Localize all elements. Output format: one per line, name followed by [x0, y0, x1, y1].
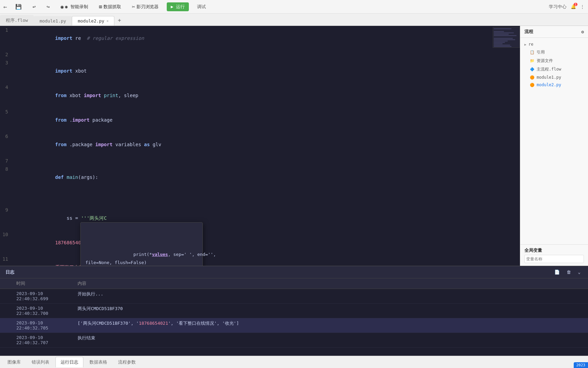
- table-row: 1 import re # regular expression: [0, 26, 520, 50]
- log-time: 2023-09-10 22:40:32.705: [11, 318, 72, 333]
- tab-module1[interactable]: module1.py: [34, 16, 72, 26]
- tree-item-label: 引用: [537, 49, 545, 55]
- code-line[interactable]: import xbot: [14, 59, 520, 83]
- debug-button[interactable]: 调试: [194, 2, 209, 11]
- tab-module2[interactable]: module2.py ✕: [72, 16, 114, 26]
- flow-tree: ▶ re 📋 引用 📁 资源文件 🔷 主流程.flow 🟠 module1.py…: [520, 38, 588, 244]
- bottom-nav: 图像库 错误列表 运行日志 数据表格 流程参数: [0, 356, 588, 368]
- autocomplete-popup: print(*values, sep=' ', end='',file=None…: [80, 222, 203, 266]
- add-tab-button[interactable]: +: [114, 15, 125, 26]
- code-line[interactable]: from .import package: [14, 108, 520, 132]
- var-name-input[interactable]: [524, 255, 584, 263]
- table-row: 6 from .package import variables as glv: [0, 132, 520, 157]
- toolbar-right: 学习中心 🔔1 ⋮: [549, 4, 585, 10]
- log-content: 开始执行...: [72, 289, 588, 304]
- learning-center-button[interactable]: 学习中心: [549, 4, 567, 10]
- redo-icon: ↪: [47, 4, 50, 10]
- save-button[interactable]: 💾: [13, 2, 24, 11]
- year-badge: 2023: [574, 362, 588, 368]
- table-row: 2023-09-10 22:40:32.705 ['两头河CMDCD51BF37…: [0, 318, 588, 333]
- table-row: 2023-09-10 22:40:32.699 开始执行...: [0, 289, 588, 304]
- tree-item-reference[interactable]: 📋 引用: [526, 48, 588, 57]
- bottom-panel-header: 日志 📄 🗑 ⌄: [0, 266, 588, 278]
- clear-log-button[interactable]: 🗑: [565, 269, 573, 275]
- debug-label: 调试: [197, 4, 206, 9]
- export-log-button[interactable]: 📄: [552, 269, 562, 275]
- tab-run-log[interactable]: 运行日志: [55, 357, 83, 367]
- tab-module2-label: module2.py: [78, 18, 104, 24]
- toolbar: ← 💾 ↩ ↪ ◉ ◉ 智能录制 ⊞ 数据抓取 ✂ 影刃浏览器 ▶ 运行 调试 …: [0, 0, 588, 14]
- autocomplete-signature: print(*values, sep=' ', end='',file=None…: [85, 242, 198, 266]
- line-number: 8: [0, 165, 14, 206]
- table-row: 9 ss = '''两头河C: [0, 206, 520, 230]
- code-line[interactable]: [14, 50, 520, 59]
- save-icon: 💾: [15, 4, 22, 10]
- col-content-header: 内容: [72, 278, 588, 289]
- record-label: ◉ 智能录制: [65, 4, 88, 10]
- collapse-panel-button[interactable]: ⌄: [576, 269, 583, 275]
- editor-area: 1 import re # regular expression 2 3: [0, 26, 520, 266]
- blade-icon: ✂: [132, 4, 135, 10]
- module2-icon: 🟠: [530, 83, 535, 87]
- line-number: 2: [0, 50, 14, 59]
- log-panel-title: 日志: [5, 269, 14, 275]
- run-button[interactable]: ▶ 运行: [167, 2, 189, 11]
- table-row: 8 def main(args): print(*values, sep=' '…: [0, 165, 520, 206]
- tree-item-re[interactable]: ▶ re: [520, 41, 588, 48]
- tree-item-label: module1.py: [537, 75, 561, 80]
- record-button[interactable]: ◉ ◉ 智能录制: [58, 2, 91, 11]
- tab-flow-params[interactable]: 流程参数: [113, 357, 141, 367]
- code-line[interactable]: from .package import variables as glv: [14, 132, 520, 157]
- tab-flow-label: 程序.flow: [6, 17, 28, 24]
- bottom-header-actions: 📄 🗑 ⌄: [552, 269, 583, 275]
- undo-button[interactable]: ↩: [30, 2, 38, 11]
- main-area: 1 import re # regular expression 2 3: [0, 26, 588, 266]
- col-time-header: 时间: [11, 278, 72, 289]
- reference-icon: 📋: [530, 50, 535, 55]
- blade-label: 影刃浏览器: [136, 4, 159, 10]
- tree-item-resources[interactable]: 📁 资源文件: [526, 57, 588, 65]
- log-table-container[interactable]: 时间 内容 2023-09-10 22:40:32.699 开始执行... 20…: [0, 278, 588, 356]
- run-icon: ▶: [171, 4, 174, 9]
- code-line[interactable]: import re # regular expression: [14, 26, 520, 50]
- log-content: ['两头河CMDCD51BF370', '18768654021', '看下整口…: [72, 318, 588, 333]
- tab-data-table[interactable]: 数据表格: [85, 357, 112, 367]
- blade-browser-button[interactable]: ✂ 影刃浏览器: [129, 2, 161, 11]
- main-flow-icon: 🔷: [530, 67, 535, 72]
- editor-content[interactable]: 1 import re # regular expression 2 3: [0, 26, 520, 266]
- code-line[interactable]: [14, 157, 520, 165]
- tree-item-label: 主流程.flow: [537, 66, 561, 72]
- record-icon: ◉: [61, 4, 64, 10]
- table-row: 2023-09-10 22:40:32.707 执行结束: [0, 333, 588, 348]
- tree-item-main-flow[interactable]: 🔷 主流程.flow: [526, 65, 588, 74]
- code-line[interactable]: from xbot import print, sleep: [14, 83, 520, 108]
- settings-icon[interactable]: ⚙: [581, 29, 584, 34]
- log-time: 2023-09-10 22:40:32.700: [11, 304, 72, 318]
- log-time: 2023-09-10 22:40:32.699: [11, 289, 72, 304]
- data-capture-button[interactable]: ⊞ 数据抓取: [96, 2, 124, 11]
- tab-error-list[interactable]: 错误列表: [27, 357, 54, 367]
- tab-close-button[interactable]: ✕: [107, 19, 109, 23]
- code-line[interactable]: def main(args): print(*values, sep=' ', …: [14, 165, 520, 206]
- notification-icon[interactable]: 🔔1: [571, 4, 576, 9]
- tab-image-library[interactable]: 图像库: [3, 357, 26, 367]
- tree-item-module1[interactable]: 🟠 module1.py: [526, 74, 588, 81]
- table-row: 5 from .import package: [0, 108, 520, 132]
- table-row: 11 看下整口在线情况: [0, 255, 520, 266]
- right-panel: 流程 ⚙ ▶ re 📋 引用 📁 资源文件 🔷 主流程.flow 🟠 mo: [520, 26, 588, 266]
- line-number: 4: [0, 83, 14, 108]
- redo-button[interactable]: ↪: [44, 2, 52, 11]
- log-table: 时间 内容 2023-09-10 22:40:32.699 开始执行... 20…: [0, 278, 588, 348]
- table-row: 3 import xbot: [0, 59, 520, 83]
- tab-flow[interactable]: 程序.flow: [0, 15, 34, 26]
- more-menu-icon[interactable]: ⋮: [580, 4, 585, 9]
- module1-icon: 🟠: [530, 75, 535, 80]
- data-capture-icon: ⊞: [99, 4, 102, 10]
- undo-icon: ↩: [33, 4, 36, 10]
- run-label: 运行: [176, 4, 185, 9]
- tree-item-module2[interactable]: 🟠 module2.py: [526, 81, 588, 89]
- line-number: 9: [0, 206, 14, 230]
- back-button[interactable]: ←: [3, 3, 7, 10]
- log-content: 两头河CMDCD51BF370: [72, 304, 588, 318]
- tree-item-label: 资源文件: [537, 58, 553, 64]
